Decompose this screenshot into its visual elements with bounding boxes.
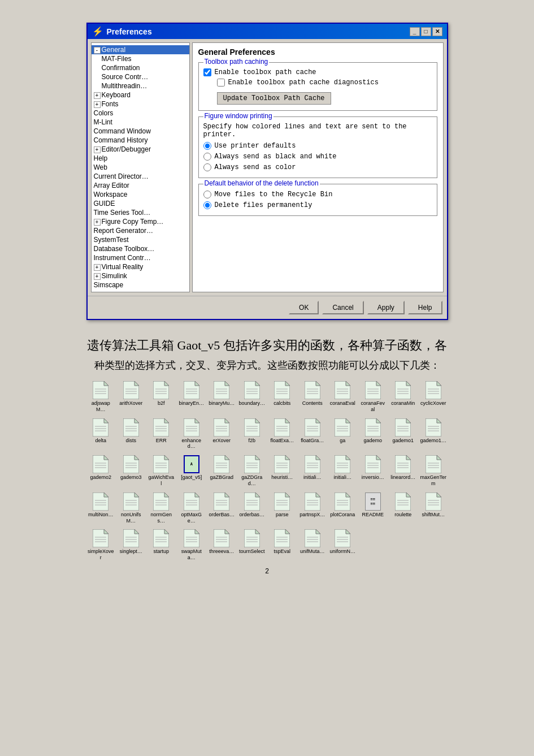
file-item[interactable]: normGens… — [147, 491, 176, 525]
tree-item-mat-files[interactable]: MAT-Files — [92, 54, 189, 63]
file-item[interactable]: parse — [268, 491, 297, 525]
tree-item-database-toolbox[interactable]: Database Toolbox… — [92, 244, 189, 253]
tree-item-guide[interactable]: GUIDE — [92, 199, 189, 208]
tree-item-fonts[interactable]: +Fonts — [92, 100, 189, 109]
file-item[interactable]: roulette — [389, 491, 418, 525]
enable-diagnostics-checkbox[interactable] — [217, 79, 225, 87]
tree-item-simscape[interactable]: Simscape — [92, 280, 189, 290]
file-item[interactable]: tspEval — [268, 528, 297, 562]
tree-item-figure-copy[interactable]: +Figure Copy Temp… — [92, 217, 189, 226]
tree-item-virtual-reality[interactable]: +Virtual Reality — [92, 262, 189, 271]
tree-item-systemtest[interactable]: SystemTest — [92, 235, 189, 244]
file-item[interactable]: gaWichEval — [147, 454, 176, 488]
radio-recycle-bin-input[interactable] — [203, 191, 211, 198]
file-item[interactable]: coranaMin — [389, 380, 418, 414]
radio-color-input[interactable] — [203, 163, 211, 171]
file-item[interactable]: gaZDGrad… — [237, 454, 267, 488]
file-item[interactable]: swapMuta… — [177, 528, 206, 562]
file-item[interactable]: binaryMu… — [207, 380, 237, 414]
radio-delete-permanently-input[interactable] — [203, 201, 211, 209]
file-item[interactable]: floatExa… — [268, 417, 297, 451]
help-button[interactable]: Help — [408, 301, 442, 314]
file-item[interactable]: Contents — [298, 380, 327, 414]
file-item[interactable]: singlept… — [116, 528, 146, 562]
file-item[interactable]: coranaEval — [328, 380, 358, 414]
file-item[interactable]: ≡≡≡≡ README — [358, 491, 388, 525]
file-item[interactable]: shiftMut… — [419, 491, 448, 525]
file-item[interactable]: arithXover — [116, 380, 146, 414]
radio-black-white-input[interactable] — [203, 153, 211, 161]
file-item[interactable]: binaryEn… — [177, 380, 206, 414]
file-item[interactable]: inversio… — [358, 454, 388, 488]
tree-item-m-lint[interactable]: M-Lint — [92, 118, 189, 127]
update-toolbox-cache-button[interactable]: Update Toolbox Path Cache — [217, 92, 331, 105]
tree-item-editor-debugger[interactable]: +Editor/Debugger — [92, 145, 189, 154]
file-item[interactable]: f2b — [237, 417, 267, 451]
file-item[interactable]: initiali… — [298, 454, 327, 488]
file-item[interactable]: initiali… — [328, 454, 358, 488]
file-item[interactable]: ERR — [147, 417, 176, 451]
file-item[interactable]: gademo1 — [389, 417, 418, 451]
tree-item-current-directory[interactable]: Current Director… — [92, 172, 189, 181]
file-item[interactable]: adjswapM… — [86, 380, 116, 414]
enable-cache-checkbox[interactable] — [203, 68, 211, 76]
file-item[interactable]: erXover — [207, 417, 237, 451]
cancel-button[interactable]: Cancel — [322, 301, 363, 314]
file-item[interactable]: startup — [147, 528, 176, 562]
tree-item-help[interactable]: Help — [92, 154, 189, 163]
tree-item-general[interactable]: -General — [92, 45, 189, 54]
tree-item-array-editor[interactable]: Array Editor — [92, 181, 189, 190]
file-item[interactable]: plotCorana — [328, 491, 358, 525]
close-button[interactable]: ✕ — [432, 27, 442, 36]
file-item[interactable]: gademo — [358, 417, 388, 451]
tree-item-confirmation[interactable]: Confirmation — [92, 63, 189, 72]
file-item[interactable]: gademo2 — [86, 454, 116, 488]
tree-item-multithreading[interactable]: Multithreadin… — [92, 81, 189, 90]
file-item[interactable]: dists — [116, 417, 146, 451]
tree-item-colors[interactable]: Colors — [92, 109, 189, 118]
file-item[interactable]: enhanced… — [177, 417, 206, 451]
file-item[interactable]: coranaFeval — [358, 380, 388, 414]
file-item[interactable]: gademo1… — [419, 417, 448, 451]
file-item[interactable]: simpleXover — [86, 528, 116, 562]
maximize-button[interactable]: □ — [421, 27, 431, 36]
file-item[interactable]: gaZBGrad — [207, 454, 237, 488]
minimize-button[interactable]: _ — [410, 27, 420, 36]
file-item[interactable]: delta — [86, 417, 116, 451]
tree-item-time-series[interactable]: Time Series Tool… — [92, 208, 189, 217]
file-item[interactable]: unifMuta… — [298, 528, 327, 562]
tree-item-command-history[interactable]: Command History — [92, 136, 189, 145]
tree-item-web[interactable]: Web — [92, 163, 189, 172]
file-item[interactable]: orderbas… — [237, 491, 267, 525]
tree-item-workspace[interactable]: Workspace — [92, 190, 189, 199]
tree-item-command-window[interactable]: Command Window — [92, 127, 189, 136]
file-item[interactable]: b2f — [147, 380, 176, 414]
file-item[interactable]: threeeva… — [207, 528, 237, 562]
tree-item-instrument-control[interactable]: Instrument Contr… — [92, 253, 189, 262]
file-item[interactable]: tournSelect — [237, 528, 267, 562]
file-item[interactable]: uniformN… — [328, 528, 358, 562]
file-item[interactable]: nonUnifsM… — [116, 491, 146, 525]
tree-item-simulink[interactable]: +Simulink — [92, 271, 189, 280]
file-item[interactable]: multiNon… — [86, 491, 116, 525]
file-item[interactable]: partnspX… — [298, 491, 327, 525]
file-item[interactable]: A[gaot_v5] — [177, 454, 206, 488]
file-item[interactable]: orderBas… — [207, 491, 237, 525]
file-item[interactable]: ga — [328, 417, 358, 451]
file-item[interactable]: boundary… — [237, 380, 267, 414]
file-item[interactable]: gademo3 — [116, 454, 146, 488]
file-item[interactable]: optMaxGe… — [177, 491, 206, 525]
tree-item-keyboard[interactable]: +Keyboard — [92, 90, 189, 100]
files_row3: gademo2 gademo3 gaWichEvalA[gaot_v5] gaZ… — [86, 454, 448, 488]
file-item[interactable]: maxGenTerm — [419, 454, 448, 488]
tree-item-report-generator[interactable]: Report Generator… — [92, 226, 189, 235]
radio-printer-defaults-input[interactable] — [203, 142, 211, 150]
tree-item-source-control[interactable]: Source Contr… — [92, 72, 189, 81]
file-item[interactable]: floatGra… — [298, 417, 327, 451]
file-item[interactable]: heuristi… — [268, 454, 297, 488]
apply-button[interactable]: Apply — [367, 301, 405, 314]
file-item[interactable]: cyclicXover — [419, 380, 448, 414]
file-item[interactable]: calcbits — [268, 380, 297, 414]
ok-button[interactable]: OK — [289, 301, 319, 314]
file-item[interactable]: linearord… — [389, 454, 418, 488]
